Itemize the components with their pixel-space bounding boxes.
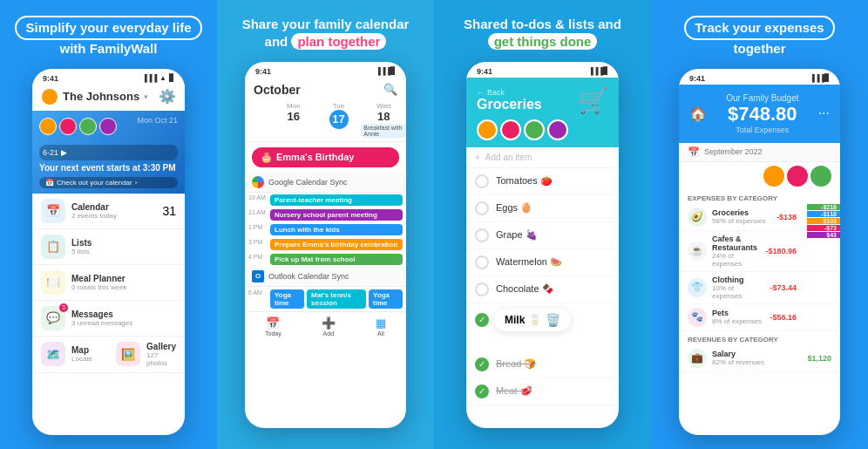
grocery-tomatoes: Tomatoes 🍅 — [466, 168, 619, 195]
grocery-bread: ✓ Bread 🍞 — [466, 351, 619, 378]
cal-tb-add[interactable]: ➕Add — [322, 316, 336, 337]
bar-seg-2: -$118 — [807, 211, 840, 217]
event-birthday-prep: Prepare Emma's birthday celebration — [270, 239, 403, 250]
phone-mockup-4: 9:41 ▐▐▐▊ 🏠 Our Family Budget $748.80 To… — [679, 69, 840, 435]
panel-calendar: Share your family calendar and plan toge… — [217, 0, 434, 449]
headline-1-highlight: Simplify your everyday life — [15, 16, 201, 40]
groceries-info: Groceries 58% of expenses — [712, 208, 771, 225]
cafes-info: Cafes & Restaurants 24% of expenses — [712, 235, 760, 268]
check-milk[interactable]: ✓ — [475, 313, 489, 327]
calendar-month-header: October 🔍 — [245, 78, 406, 99]
panel-budget: Track your expenses together 9:41 ▐▐▐▊ 🏠… — [651, 0, 868, 449]
salary-icon: 💼 — [688, 349, 707, 368]
meals-icon-box: 🍽️ — [41, 270, 65, 295]
budget-item-pets: 🐾 Pets 8% of expenses -$56.16 — [679, 304, 840, 331]
calendar-events-area: 10 AM Parent-teacher meeting 11 AM Nurse… — [245, 193, 406, 311]
check-eggs[interactable] — [475, 201, 489, 215]
salary-info: Salary 82% of revenues — [712, 350, 802, 366]
phone1-banner: Mon Oct 21 6-21 ▶ Your next event starts… — [32, 111, 185, 194]
phone-mockup-2: 9:41 ▐▐▐▊ October 🔍 Mon 16 Tue 17 Wed 18… — [245, 62, 406, 428]
status-bar-2: 9:41 ▐▐▐▊ — [245, 62, 406, 78]
grocery-watermelon: Watermelon 🍉 — [466, 249, 619, 276]
outlook-icon: O — [252, 270, 264, 282]
list-item-meals: 🍽️ Meal Planner 0 meals this week — [32, 265, 185, 301]
check-tomatoes[interactable] — [475, 174, 489, 188]
gallery-item-text: Gallery 127 photos — [146, 342, 176, 367]
clothing-info: Clothing 10% of expenses — [712, 276, 764, 300]
clothing-icon: 👕 — [688, 278, 707, 297]
grocery-chocolate: Chocolate 🍫 — [466, 276, 619, 303]
gallery-icon-box: 🖼️ — [116, 342, 140, 366]
panel-2-headline: Share your family calendar and plan toge… — [242, 16, 410, 51]
groceries-icon: 🥑 — [688, 207, 707, 227]
map-item-text: Map Locate — [71, 345, 98, 363]
panel-simplify: Simplify your everyday life with FamilyW… — [0, 0, 217, 449]
expense-items-container: -$218 -$118 $103 -$73 $43 🥑 Groceries 58… — [679, 204, 840, 331]
grocery-header: ← Back Groceries 🛒 — [466, 78, 619, 147]
cal-tb-today[interactable]: 📅Today — [265, 316, 281, 337]
budget-item-clothing: 👕 Clothing 10% of expenses -$73.44 — [679, 272, 840, 304]
list-item-gallery: 🖼️ Gallery 127 photos — [107, 337, 185, 373]
panel-3-headline: Shared to-dos & lists and get things don… — [464, 16, 621, 51]
cal-day-16: Mon 16 — [271, 102, 316, 138]
revenues-section-title: REVENUES BY CATEGORY — [679, 331, 840, 345]
list-item-messages: 💬 3 Messages 3 unread messages — [32, 301, 185, 337]
budget-header: 🏠 Our Family Budget $748.80 Total Expens… — [679, 85, 840, 143]
event-tennis: Mat's tennis session — [307, 289, 366, 309]
google-sync-row: Google Calendar Sync — [245, 173, 406, 193]
event-slot-3pm: 3 PM Prepare Emma's birthday celebration — [245, 237, 406, 252]
cal-tb-all[interactable]: ▦All — [376, 316, 386, 337]
calendar-item-text: Calendar 2 events today — [71, 202, 156, 220]
status-icons-2: ▐▐▐▊ — [376, 67, 396, 75]
bar-seg-5: $43 — [807, 232, 840, 238]
status-bar-1: 9:41 ▐▐▐▲▊ — [32, 69, 185, 85]
grocery-avatars — [477, 119, 608, 140]
grocery-grape: Grape 🍇 — [466, 222, 619, 249]
status-bar-3: 9:41 ▐▐▐▊ — [466, 62, 619, 78]
bar-seg-3: $103 — [807, 218, 840, 224]
check-chocolate[interactable] — [475, 282, 489, 296]
phone1-header: The Johnsons ▾ ⚙️ — [32, 85, 185, 111]
lists-item-text: Lists 5 lists — [71, 238, 176, 255]
panel-4-headline: Track your expenses together — [684, 16, 834, 58]
event-slot-11am: 11 AM Nursery school parent meeting — [245, 207, 406, 222]
messages-icon-box: 💬 3 — [41, 306, 65, 330]
list-item-lists: 📋 Lists 5 lists — [32, 229, 185, 265]
expenses-section-title: EXPENSES BY CATEGORY — [679, 190, 840, 204]
list-item-calendar: 📅 Calendar 2 events today 31 — [32, 194, 185, 229]
outlook-sync-row: O Outlook Calendar Sync — [245, 267, 406, 287]
event-lunch: Lunch with the kids — [270, 224, 403, 235]
avatar-1 — [41, 88, 58, 105]
bar-seg-1: -$218 — [807, 204, 840, 210]
check-calendar-btn[interactable]: 📅 Check out your calendar › — [39, 177, 178, 188]
event-parent-teacher: Parent-teacher meeting — [270, 194, 403, 206]
pets-icon: 🐾 — [688, 308, 707, 327]
cafes-icon: ☕ — [688, 242, 707, 261]
event-slot-1pm: 1 PM Lunch with the kids — [245, 222, 406, 237]
grocery-meat: ✓ Meat 🥩 — [466, 378, 619, 405]
map-icon-box: 🗺️ — [41, 342, 65, 366]
event-nursery: Nursery school parent meeting — [270, 209, 403, 221]
add-item-row[interactable]: + Add an item — [466, 147, 619, 168]
calendar-week-row: Mon 16 Tue 17 Wed 18 Breakfast with Anni… — [245, 99, 406, 142]
panel-1-headline: Simplify your everyday life with FamilyW… — [15, 16, 201, 58]
cal-day-18: Wed 18 Breakfast with Annie — [361, 102, 406, 138]
event-slot-10am: 10 AM Parent-teacher meeting — [245, 193, 406, 207]
event-yoga: Yoga time — [270, 289, 304, 309]
budget-avatars — [679, 162, 840, 190]
status-icons-1: ▐▐▐▲▊ — [142, 74, 174, 82]
phone-mockup-1: 9:41 ▐▐▐▲▊ The Johnsons ▾ ⚙️ Mon Oct 21 … — [32, 69, 185, 435]
list-item-map: 🗺️ Map Locate — [32, 337, 107, 373]
calendar-icon-box: 📅 — [41, 199, 65, 223]
calendar-toolbar: 📅Today ➕Add ▦All — [245, 311, 406, 340]
check-meat[interactable]: ✓ — [475, 384, 489, 398]
check-bread[interactable]: ✓ — [475, 357, 489, 371]
cal-day-17[interactable]: Tue 17 — [316, 102, 362, 138]
bar-seg-4: -$73 — [807, 225, 840, 231]
phone-mockup-3: 9:41 ▐▐▐▊ ← Back Groceries 🛒 + Add a — [466, 62, 619, 428]
check-watermelon[interactable] — [475, 255, 489, 269]
check-grape[interactable] — [475, 228, 489, 242]
grocery-eggs: Eggs 🥚 — [466, 195, 619, 222]
google-icon — [252, 176, 264, 188]
event-pickup: Pick up Mat from school — [270, 254, 403, 265]
